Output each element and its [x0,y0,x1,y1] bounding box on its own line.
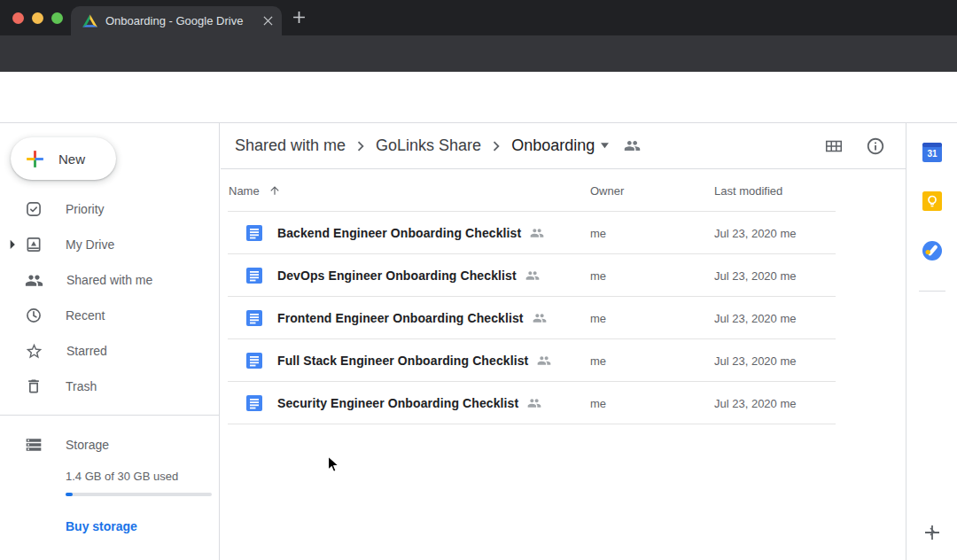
minimize-window-button[interactable] [32,12,43,24]
google-docs-icon [246,268,262,284]
storage-progress-fill [66,493,73,496]
column-header-owner[interactable]: Owner [590,184,624,198]
colored-plus-icon [24,148,46,170]
browser-toolbar: drive.google.com/drive/folders/1oiCO1S-T… [0,35,957,73]
file-modified: Jul 23, 2020 me [714,269,797,283]
hide-side-panel-chevron-icon[interactable] [924,524,940,540]
folder-menu-caret-icon[interactable] [600,143,610,149]
shared-people-icon [537,354,551,368]
info-icon[interactable] [866,136,885,156]
window-controls[interactable] [12,12,63,24]
expand-caret-icon[interactable] [9,239,16,250]
google-docs-icon [246,310,262,326]
sidebar-item-recent[interactable]: Recent [0,298,220,333]
sidebar-item-label: Priority [66,202,105,216]
my-drive-icon [25,236,43,253]
sidebar-item-storage[interactable]: Storage [0,427,220,463]
priority-icon [25,200,43,218]
file-list-panel: Shared with me GoLinks Share Onboarding … [221,123,906,560]
recent-clock-icon [25,307,43,324]
google-keep-icon[interactable] [922,191,942,214]
google-calendar-icon[interactable]: 31 [922,143,942,166]
sidebar-item-my-drive[interactable]: My Drive [0,227,220,262]
table-header: Name Owner Last modified [221,169,906,212]
close-tab-icon[interactable] [263,16,273,26]
storage-usage-text: 1.4 GB of 30 GB used [66,470,220,483]
tab-title: Onboarding - Google Drive [105,14,255,27]
file-name: DevOps Engineer Onboarding Checklist [277,268,517,283]
starred-icon [25,342,43,361]
breadcrumb-onboarding[interactable]: Onboarding [511,136,595,155]
file-name: Security Engineer Onboarding Checklist [277,396,518,410]
file-name: Full Stack Engineer Onboarding Checklist [277,354,528,368]
fullscreen-window-button[interactable] [51,12,63,24]
storage-section: Storage 1.4 GB of 30 GB used Buy storage [0,415,220,534]
sidebar-item-label: Recent [66,308,105,323]
storage-label: Storage [66,438,109,452]
google-docs-icon [246,353,262,369]
file-modified: Jul 23, 2020 me [714,397,797,410]
google-docs-icon [246,225,262,241]
sidebar-item-label: My Drive [66,237,114,252]
column-header-name[interactable]: Name [229,184,281,198]
shared-people-icon [533,311,547,325]
file-row[interactable]: Full Stack Engineer Onboarding Checklist… [221,339,906,382]
sidebar-item-label: Starred [66,344,107,358]
shared-people-icon [530,226,544,240]
breadcrumb: Shared with me GoLinks Share Onboarding [221,123,906,169]
sort-ascending-arrow-icon[interactable] [268,184,281,197]
drive-sidebar: New Priority My Drive Shared with me [0,123,220,560]
google-apps-side-rail: 31 [906,123,957,560]
file-owner: me [590,312,606,325]
breadcrumb-shared-with-me[interactable]: Shared with me [235,136,346,155]
new-button-label: New [58,152,85,167]
shared-people-icon [525,268,540,283]
close-window-button[interactable] [12,12,24,24]
google-tasks-icon[interactable] [922,241,942,264]
shared-with-me-icon [25,271,43,290]
file-modified: Jul 23, 2020 me [714,354,797,368]
sidebar-item-shared-with-me[interactable]: Shared with me [0,262,220,298]
rail-divider [919,291,945,292]
trash-icon [25,377,43,395]
breadcrumb-golinks-share[interactable]: GoLinks Share [376,136,481,155]
file-name: Frontend Engineer Onboarding Checklist [277,311,524,325]
sidebar-item-label: Trash [66,379,97,393]
svg-text:31: 31 [927,149,938,159]
shared-people-icon [527,396,541,410]
drive-favicon [82,14,97,27]
file-modified: Jul 23, 2020 me [714,312,797,325]
storage-progress-bar [66,493,212,496]
folder-shared-people-icon [624,137,641,154]
grid-view-icon[interactable] [824,136,844,156]
browser-tab-strip: Onboarding - Google Drive [0,0,957,35]
file-name: Backend Engineer Onboarding Checklist [277,226,521,240]
sidebar-item-priority[interactable]: Priority [0,191,220,227]
new-tab-button[interactable] [292,11,306,24]
file-row[interactable]: DevOps Engineer Onboarding Checklist me … [221,254,906,297]
sidebar-item-starred[interactable]: Starred [0,333,220,369]
buy-storage-link[interactable]: Buy storage [66,519,137,533]
breadcrumb-chevron-icon [351,136,370,156]
file-row[interactable]: Backend Engineer Onboarding Checklist me… [221,212,906,254]
new-button[interactable]: New [11,137,116,180]
column-header-modified[interactable]: Last modified [714,184,782,198]
sidebar-item-label: Shared with me [66,273,152,287]
google-docs-icon [246,395,262,411]
file-owner: me [590,227,606,240]
browser-tab[interactable]: Onboarding - Google Drive [71,6,282,35]
file-owner: me [590,397,606,410]
breadcrumb-chevron-icon [486,136,506,156]
file-owner: me [590,269,606,283]
file-modified: Jul 23, 2020 me [714,227,797,240]
drive-header: Drive G Suite [0,72,957,123]
file-row[interactable]: Security Engineer Onboarding Checklist m… [221,382,906,424]
sidebar-item-trash[interactable]: Trash [0,369,220,404]
file-owner: me [590,354,606,368]
file-row[interactable]: Frontend Engineer Onboarding Checklist m… [221,297,906,339]
storage-icon [25,436,43,454]
